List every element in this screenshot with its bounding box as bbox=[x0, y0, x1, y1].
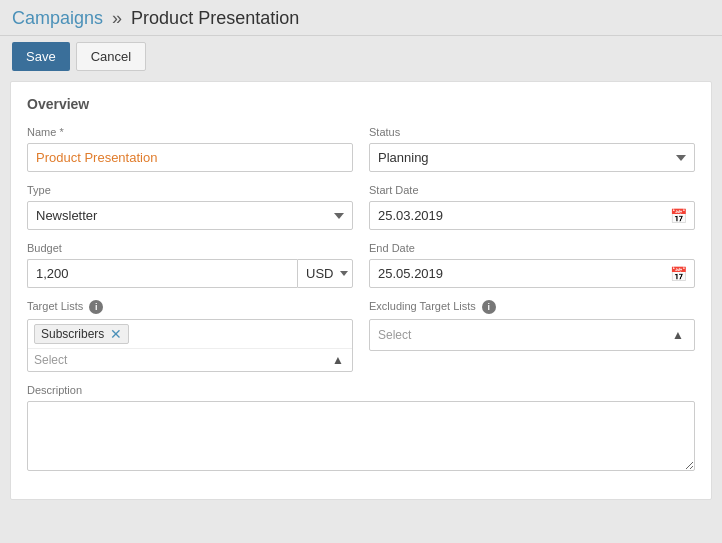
cancel-button[interactable]: Cancel bbox=[76, 42, 146, 71]
start-date-calendar-icon[interactable]: 📅 bbox=[670, 208, 687, 224]
target-list-container: Subscribers ✕ Select ▲ bbox=[27, 319, 353, 372]
target-list-chevron-button[interactable]: ▲ bbox=[330, 353, 346, 367]
label-description: Description bbox=[27, 384, 695, 396]
field-name: Name * bbox=[27, 126, 353, 172]
field-budget: Budget USD EUR GBP bbox=[27, 242, 353, 288]
breadcrumb: Campaigns » Product Presentation bbox=[12, 8, 299, 28]
target-list-select-row: Select ▲ bbox=[28, 349, 352, 371]
save-button[interactable]: Save bbox=[12, 42, 70, 71]
end-date-wrapper: 📅 bbox=[369, 259, 695, 288]
row-description: Description bbox=[27, 384, 695, 471]
end-date-calendar-icon[interactable]: 📅 bbox=[670, 266, 687, 282]
field-end-date: End Date 📅 bbox=[369, 242, 695, 288]
end-date-input[interactable] bbox=[369, 259, 695, 288]
label-start-date: Start Date bbox=[369, 184, 695, 196]
target-list-placeholder: Select bbox=[34, 353, 67, 367]
label-name: Name * bbox=[27, 126, 353, 138]
start-date-input[interactable] bbox=[369, 201, 695, 230]
label-status: Status bbox=[369, 126, 695, 138]
label-type: Type bbox=[27, 184, 353, 196]
page-header: Campaigns » Product Presentation bbox=[0, 0, 722, 36]
field-type: Type Newsletter Email Call Mail bbox=[27, 184, 353, 230]
label-excluding-target-lists: Excluding Target Lists i bbox=[369, 300, 695, 314]
field-target-lists: Target Lists i Subscribers ✕ Select ▲ bbox=[27, 300, 353, 372]
target-list-tags-row: Subscribers ✕ bbox=[28, 320, 352, 349]
description-textarea[interactable] bbox=[27, 401, 695, 471]
row-target-lists: Target Lists i Subscribers ✕ Select ▲ Ex… bbox=[27, 300, 695, 372]
target-lists-info-icon: i bbox=[89, 300, 103, 314]
budget-input[interactable] bbox=[27, 259, 297, 288]
budget-wrapper: USD EUR GBP bbox=[27, 259, 353, 288]
field-excluding-target-lists: Excluding Target Lists i Select ▲ bbox=[369, 300, 695, 372]
excluding-info-icon: i bbox=[482, 300, 496, 314]
label-end-date: End Date bbox=[369, 242, 695, 254]
name-input[interactable] bbox=[27, 143, 353, 172]
subscribers-tag: Subscribers ✕ bbox=[34, 324, 129, 344]
toolbar: Save Cancel bbox=[0, 36, 722, 77]
row-budget-enddate: Budget USD EUR GBP End Date 📅 bbox=[27, 242, 695, 288]
start-date-wrapper: 📅 bbox=[369, 201, 695, 230]
excluding-chevron-button[interactable]: ▲ bbox=[670, 328, 686, 342]
tag-remove-icon[interactable]: ✕ bbox=[110, 327, 122, 341]
row-type-startdate: Type Newsletter Email Call Mail Start Da… bbox=[27, 184, 695, 230]
breadcrumb-parent[interactable]: Campaigns bbox=[12, 8, 103, 28]
excluding-container: Select ▲ bbox=[369, 319, 695, 351]
label-budget: Budget bbox=[27, 242, 353, 254]
excluding-placeholder: Select bbox=[378, 328, 411, 342]
breadcrumb-current: Product Presentation bbox=[131, 8, 299, 28]
label-target-lists: Target Lists i bbox=[27, 300, 353, 314]
breadcrumb-separator: » bbox=[112, 8, 122, 28]
currency-select[interactable]: USD EUR GBP bbox=[297, 259, 353, 288]
tag-label: Subscribers bbox=[41, 327, 104, 341]
field-description: Description bbox=[27, 384, 695, 471]
type-select[interactable]: Newsletter Email Call Mail bbox=[27, 201, 353, 230]
row-name-status: Name * Status Planning Active Inactive C… bbox=[27, 126, 695, 172]
form-card: Overview Name * Status Planning Active I… bbox=[10, 81, 712, 500]
field-start-date: Start Date 📅 bbox=[369, 184, 695, 230]
field-status: Status Planning Active Inactive Complete bbox=[369, 126, 695, 172]
status-select[interactable]: Planning Active Inactive Complete bbox=[369, 143, 695, 172]
section-title: Overview bbox=[27, 96, 695, 112]
